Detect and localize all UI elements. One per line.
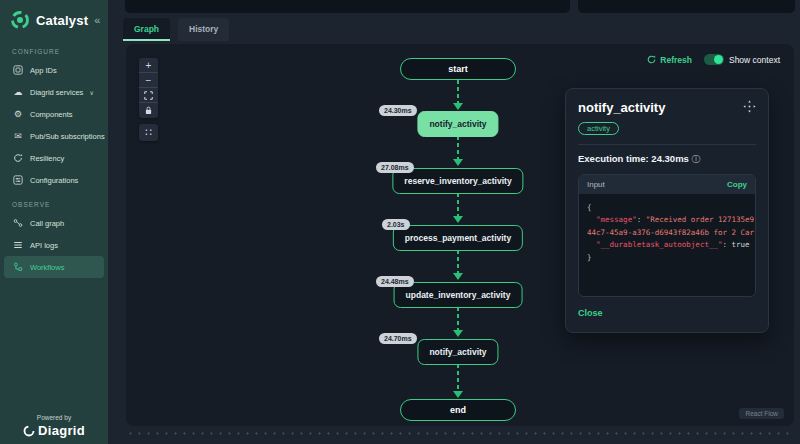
sidebar-item-call-graph[interactable]: Call graph: [0, 212, 108, 234]
catalyst-logo-icon: [10, 10, 30, 30]
node-details-panel: notify_activity activity Execution time:…: [565, 88, 769, 333]
input-header-label: Input: [587, 180, 605, 189]
diagrid-logo-text: Diagrid: [38, 423, 85, 438]
activity-type-badge: activity: [578, 122, 619, 135]
call-graph-icon: [12, 218, 24, 228]
circular-arrow-icon: [12, 153, 24, 163]
lock-icon[interactable]: [139, 103, 158, 118]
move-panel-icon[interactable]: [743, 100, 756, 113]
sidebar-item-api-logs[interactable]: API logs: [0, 234, 108, 256]
canvas-controls: + −: [139, 58, 158, 118]
duration-badge: 24.30ms: [379, 105, 417, 116]
main-area: Graph History + − ∷ Refresh: [108, 0, 800, 444]
node-notify-activity[interactable]: notify_activity: [417, 111, 498, 137]
sidebar-item-workflows[interactable]: Workflows: [4, 256, 104, 278]
node-reserve-inventory-activity[interactable]: reserve_inventory_activity: [392, 168, 523, 194]
chevron-down-icon: ∨: [90, 89, 94, 96]
sidebar-item-diagrid-services[interactable]: ☁ Diagrid services ∨: [0, 81, 108, 103]
canvas-toolbar: Refresh Show context: [647, 54, 780, 65]
tab-bar: Graph History: [123, 18, 229, 41]
input-card: Input Copy { "message": "Received order …: [578, 174, 756, 297]
node-start[interactable]: start: [400, 58, 516, 80]
workflow-edge: [453, 80, 463, 110]
tab-history[interactable]: History: [178, 18, 229, 41]
section-label-configure: CONFIGURE: [0, 38, 108, 59]
duration-badge: 27.08ms: [376, 162, 414, 173]
app-ids-icon: [12, 65, 24, 75]
envelope-icon: ✉: [12, 131, 24, 141]
sidebar-item-pubsub-subscriptions[interactable]: ✉ Pub/Sub subscriptions: [0, 125, 108, 147]
duration-badge: 24.48ms: [376, 276, 414, 287]
workflow-edge: [453, 193, 463, 223]
input-json: { "message": "Received order 127135e9-44…: [579, 194, 755, 296]
fit-view-button[interactable]: [139, 88, 158, 103]
sidebar-header: Catalyst «: [0, 0, 108, 38]
refresh-button[interactable]: Refresh: [647, 55, 692, 65]
close-button[interactable]: Close: [578, 308, 603, 318]
sidebar-item-configurations[interactable]: Configurations: [0, 169, 108, 191]
brand-title: Catalyst: [36, 13, 88, 28]
info-icon[interactable]: ⓘ: [692, 154, 701, 164]
workflow-edge: [453, 307, 463, 337]
show-context-label: Show context: [729, 55, 780, 65]
copy-button[interactable]: Copy: [727, 180, 747, 189]
execution-time: Execution time: 24.30ms ⓘ: [578, 153, 756, 166]
powered-by-label: Powered by: [0, 414, 108, 421]
show-context-toggle[interactable]: [704, 54, 724, 65]
sidebar-item-resiliency[interactable]: Resiliency: [0, 147, 108, 169]
top-header-block-left: [125, 0, 570, 13]
panel-divider: [578, 144, 756, 145]
diagrid-logo-icon: [23, 425, 35, 437]
node-notify-activity-2[interactable]: notify_activity: [417, 339, 498, 365]
tab-graph[interactable]: Graph: [123, 18, 170, 41]
workflow-edge: [453, 250, 463, 280]
react-flow-attribution[interactable]: React Flow: [739, 408, 784, 419]
refresh-icon: [647, 55, 656, 64]
sidebar-item-components[interactable]: ⚙ Components: [0, 103, 108, 125]
panel-title: notify_activity: [578, 100, 665, 115]
zoom-in-button[interactable]: +: [139, 58, 158, 73]
sidebar: Catalyst « CONFIGURE App IDs ☁ Diagrid s…: [0, 0, 108, 444]
zoom-out-button[interactable]: −: [139, 73, 158, 88]
sliders-icon: [12, 175, 24, 185]
top-header-block-right: [578, 0, 795, 13]
dot-grid-strip: [126, 430, 794, 437]
sidebar-item-app-ids[interactable]: App IDs: [0, 59, 108, 81]
gear-icon: ⚙: [12, 109, 24, 119]
node-update-inventory-activity[interactable]: update_inventory_activity: [394, 282, 523, 308]
node-end[interactable]: end: [400, 399, 516, 421]
workflow-edge: [453, 364, 463, 398]
list-icon: [12, 240, 24, 250]
workflow-edge: [453, 136, 463, 166]
workflow-icon: [12, 262, 24, 272]
node-process-payment-activity[interactable]: process_payment_activity: [393, 225, 523, 251]
cloud-icon: ☁: [12, 87, 24, 97]
workflow-canvas[interactable]: + − ∷ Refresh Show context: [126, 44, 794, 426]
duration-badge: 24.70ms: [379, 333, 417, 344]
minimap-button[interactable]: ∷: [139, 124, 158, 141]
sidebar-footer: Powered by Diagrid: [0, 414, 108, 438]
duration-badge: 2.03s: [382, 219, 410, 230]
sidebar-collapse-icon[interactable]: «: [94, 14, 100, 26]
section-label-observe: OBSERVE: [0, 191, 108, 212]
